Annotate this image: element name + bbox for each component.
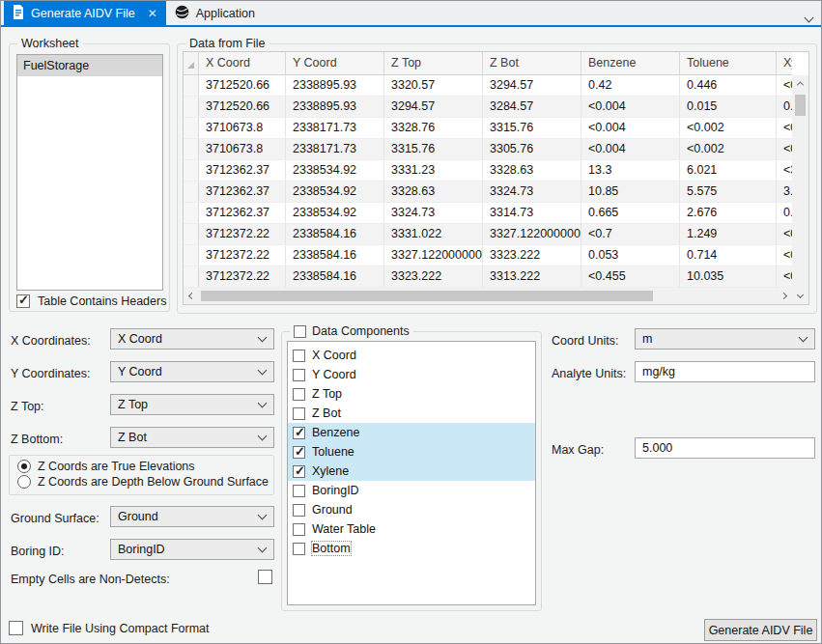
cell-xylene[interactable]: 3. bbox=[777, 182, 792, 202]
cell-toluene[interactable]: 6.021 bbox=[680, 160, 777, 181]
cell-y-coord[interactable]: 2338171.73 bbox=[286, 118, 384, 138]
row-header[interactable] bbox=[184, 75, 199, 96]
cell-x-coord[interactable]: 3712372.22 bbox=[199, 245, 286, 266]
cell-z-bot[interactable]: 3324.73 bbox=[483, 182, 581, 202]
analyte-units-input[interactable]: mg/kg bbox=[635, 361, 815, 382]
cell-z-top[interactable]: 3331.23 bbox=[384, 160, 483, 181]
cell-xylene[interactable]: <0 bbox=[777, 139, 792, 159]
cell-benzene[interactable]: 0.42 bbox=[581, 75, 680, 96]
row-header[interactable] bbox=[184, 245, 199, 266]
cell-benzene[interactable]: <0.455 bbox=[581, 266, 680, 287]
component-item-bottom[interactable]: Bottom bbox=[288, 539, 535, 558]
cell-y-coord[interactable]: 2338534.92 bbox=[286, 203, 384, 223]
component-item-ground[interactable]: Ground bbox=[288, 500, 535, 519]
chevron-down-icon[interactable] bbox=[806, 8, 812, 25]
generate-aidv-file-button[interactable]: Generate AIDV File bbox=[704, 619, 817, 641]
cell-toluene[interactable]: 0.446 bbox=[680, 75, 777, 96]
component-item-z-top[interactable]: Z Top bbox=[288, 384, 535, 404]
table-row[interactable]: 3712520.662338895.933320.573294.570.420.… bbox=[184, 75, 792, 97]
cell-toluene[interactable]: <0.002 bbox=[680, 139, 777, 159]
boring-id-select[interactable]: BoringID bbox=[110, 539, 274, 560]
row-header[interactable] bbox=[184, 97, 199, 117]
column-header-z-bot[interactable]: Z Bot bbox=[483, 52, 581, 74]
cell-z-bot[interactable]: 3305.76 bbox=[483, 139, 581, 159]
component-checkbox-z-bot[interactable] bbox=[293, 407, 305, 420]
radio-depth-below[interactable] bbox=[17, 475, 31, 489]
coord-units-select[interactable]: m bbox=[635, 328, 815, 350]
component-item-x-coord[interactable]: X Coord bbox=[288, 346, 535, 365]
cell-z-top[interactable]: 3327.1220000000 bbox=[384, 245, 483, 266]
cell-y-coord[interactable]: 2338534.92 bbox=[286, 160, 384, 181]
cell-z-bot[interactable]: 3315.76 bbox=[483, 118, 581, 138]
worksheet-listbox[interactable]: FuelStorage bbox=[16, 54, 163, 291]
max-gap-input[interactable]: 5.000 bbox=[635, 437, 815, 459]
z-bottom-select[interactable]: Z Bot bbox=[110, 427, 274, 448]
tab-generate-aidv-file[interactable]: Generate AIDV File ✕ bbox=[4, 1, 166, 25]
component-checkbox-toluene[interactable] bbox=[293, 446, 305, 459]
horizontal-scroll-thumb[interactable] bbox=[201, 291, 653, 301]
cell-z-bot[interactable]: 3328.63 bbox=[483, 160, 581, 181]
row-header[interactable] bbox=[184, 118, 199, 138]
cell-xylene[interactable]: 0. bbox=[777, 97, 792, 117]
cell-benzene[interactable]: <0.004 bbox=[581, 97, 680, 117]
cell-xylene[interactable]: <0 bbox=[777, 266, 792, 287]
cell-z-top[interactable]: 3328.76 bbox=[384, 118, 483, 138]
column-header-y-coord[interactable]: Y Coord bbox=[286, 52, 384, 74]
cell-xylene[interactable]: <0 bbox=[777, 245, 792, 266]
column-header-toluene[interactable]: Toluene bbox=[680, 52, 777, 74]
cell-x-coord[interactable]: 3710673.8 bbox=[199, 118, 286, 138]
cell-benzene[interactable]: <0.004 bbox=[581, 118, 680, 138]
component-checkbox-xylene[interactable] bbox=[293, 465, 305, 478]
table-row[interactable]: 3712362.372338534.923324.733314.730.6652… bbox=[184, 203, 792, 224]
grid-vertical-scrollbar[interactable] bbox=[792, 75, 808, 304]
row-header[interactable] bbox=[184, 182, 199, 202]
cell-y-coord[interactable]: 2338584.16 bbox=[286, 245, 384, 266]
component-item-boringid[interactable]: BoringID bbox=[288, 481, 535, 500]
scroll-up-icon[interactable] bbox=[792, 75, 808, 92]
component-checkbox-y-coord[interactable] bbox=[293, 369, 305, 381]
y-coordinates-select[interactable]: Y Coord bbox=[110, 361, 274, 382]
cell-z-bot[interactable]: 3314.73 bbox=[483, 203, 581, 223]
data-components-listbox[interactable]: X CoordY CoordZ TopZ BotBenzeneTolueneXy… bbox=[287, 341, 536, 605]
table-row[interactable]: 3710673.82338171.733328.763315.76<0.004<… bbox=[184, 118, 792, 139]
cell-x-coord[interactable]: 3710673.8 bbox=[199, 139, 286, 159]
cell-x-coord[interactable]: 3712362.37 bbox=[199, 160, 286, 181]
grid-horizontal-scrollbar[interactable] bbox=[184, 288, 792, 304]
cell-xylene[interactable]: 0. bbox=[777, 203, 792, 223]
cell-x-coord[interactable]: 3712520.66 bbox=[199, 75, 286, 96]
component-checkbox-x-coord[interactable] bbox=[293, 350, 305, 362]
cell-y-coord[interactable]: 2338171.73 bbox=[286, 139, 384, 159]
cell-z-bot[interactable]: 3323.222 bbox=[483, 245, 581, 266]
x-coordinates-select[interactable]: X Coord bbox=[110, 328, 274, 350]
cell-benzene[interactable]: 10.85 bbox=[581, 182, 680, 202]
cell-toluene[interactable]: <0.002 bbox=[680, 118, 777, 138]
empty-cells-checkbox[interactable] bbox=[258, 570, 272, 584]
cell-xylene[interactable]: <0 bbox=[777, 118, 792, 138]
cell-x-coord[interactable]: 3712520.66 bbox=[199, 97, 286, 117]
table-row[interactable]: 3712362.372338534.923328.633324.7310.855… bbox=[184, 182, 792, 203]
radio-depth-below-row[interactable]: Z Coords are Depth Below Ground Surface bbox=[17, 475, 273, 489]
cell-x-coord[interactable]: 3712372.22 bbox=[199, 224, 286, 244]
row-header[interactable] bbox=[184, 266, 199, 287]
cell-x-coord[interactable]: 3712362.37 bbox=[199, 182, 286, 202]
cell-toluene[interactable]: 1.249 bbox=[680, 224, 777, 244]
component-checkbox-water-table[interactable] bbox=[293, 523, 305, 536]
cell-z-bot[interactable]: 3313.222 bbox=[483, 266, 581, 287]
component-item-y-coord[interactable]: Y Coord bbox=[288, 365, 535, 384]
cell-z-bot[interactable]: 3284.57 bbox=[483, 97, 581, 117]
cell-y-coord[interactable]: 2338584.16 bbox=[286, 224, 384, 244]
cell-benzene[interactable]: 0.053 bbox=[581, 245, 680, 266]
row-header[interactable] bbox=[184, 160, 199, 181]
table-row[interactable]: 3712362.372338534.923331.233328.6313.36.… bbox=[184, 160, 792, 182]
cell-z-top[interactable]: 3324.73 bbox=[384, 203, 483, 223]
column-header-x-coord[interactable]: X Coord bbox=[199, 52, 286, 74]
cell-z-top[interactable]: 3315.76 bbox=[384, 139, 483, 159]
component-item-benzene[interactable]: Benzene bbox=[288, 423, 535, 442]
data-components-checkbox[interactable] bbox=[294, 325, 306, 338]
cell-xylene[interactable]: <3 bbox=[777, 160, 792, 181]
table-row[interactable]: 3712520.662338895.933294.573284.57<0.004… bbox=[184, 97, 792, 118]
cell-benzene[interactable]: 13.3 bbox=[581, 160, 680, 181]
tab-application[interactable]: Application bbox=[166, 1, 264, 25]
table-row[interactable]: 3712372.222338584.163331.0223327.1220000… bbox=[184, 224, 792, 245]
cell-toluene[interactable]: 2.676 bbox=[680, 203, 777, 223]
